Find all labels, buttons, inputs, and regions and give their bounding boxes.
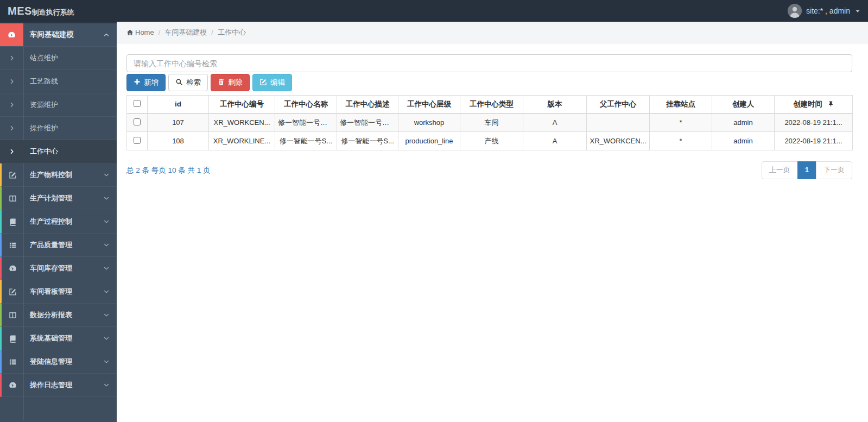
sidebar-group-label: 操作日志管理 (30, 380, 72, 390)
column-header-工作中心名称: 工作中心名称 (275, 96, 337, 114)
list-icon (9, 358, 17, 366)
edit-button[interactable]: 编辑 (252, 74, 292, 91)
pagination-bar: 总 2 条 每页 10 条 共 1 页 上一页 1 下一页 (126, 161, 852, 179)
page-1-button[interactable]: 1 (797, 161, 816, 179)
sidebar-group-label: 产品质量管理 (30, 240, 72, 250)
sidebar-group-label: 车间基础建模 (30, 30, 74, 40)
column-header-工作中心层级: 工作中心层级 (398, 96, 460, 114)
caret-down-icon (856, 10, 860, 12)
table-cell: * (650, 132, 712, 150)
row-checkbox[interactable] (134, 118, 141, 125)
pencil-square-icon (9, 288, 17, 296)
table-cell: * (650, 114, 712, 132)
breadcrumb-separator: / (211, 28, 213, 36)
add-button[interactable]: 新增 (126, 74, 166, 91)
column-header-工作中心描述: 工作中心描述 (337, 96, 398, 114)
table-cell: 107 (148, 114, 209, 132)
column-header-label: id (175, 100, 181, 108)
chevron-down-icon (103, 312, 110, 318)
column-header-父工作中心: 父工作中心 (587, 96, 650, 114)
sidebar-item-操作维护[interactable]: 操作维护 (0, 117, 117, 140)
table-row[interactable]: 108XR_WORKLINE...修一智能一号S...修一智能一号S...pro… (127, 132, 853, 150)
sidebar-item-工艺路线[interactable]: 工艺路线 (0, 70, 117, 93)
table-cell: 2022-08-19 21:1... (775, 114, 853, 132)
chevron-right-icon (9, 125, 15, 131)
breadcrumb: Home/车间基础建模/工作中心 (117, 22, 868, 43)
columns-icon (9, 311, 17, 319)
column-header-挂靠站点: 挂靠站点 (650, 96, 712, 114)
sidebar-group-车间库存管理[interactable]: 车间库存管理 (0, 257, 117, 280)
next-page-button[interactable]: 下一页 (816, 161, 852, 179)
row-checkbox[interactable] (134, 137, 141, 144)
work-center-table: id工作中心编号工作中心名称工作中心描述工作中心层级工作中心类型版本父工作中心挂… (126, 95, 853, 150)
breadcrumb-home-link[interactable]: Home (126, 28, 154, 36)
sidebar-item-label: 操作维护 (30, 123, 58, 133)
sidebar-group-数据分析报表[interactable]: 数据分析报表 (0, 304, 117, 327)
sidebar-item-站点维护[interactable]: 站点维护 (0, 47, 117, 70)
sidebar-group-生产物料控制[interactable]: 生产物料控制 (0, 163, 117, 187)
chevron-right-icon (9, 102, 15, 108)
sidebar-group-产品质量管理[interactable]: 产品质量管理 (0, 234, 117, 257)
row-select-cell (127, 114, 148, 132)
select-all-checkbox[interactable] (134, 100, 141, 107)
prev-page-button[interactable]: 上一页 (762, 161, 798, 179)
table-cell (587, 114, 650, 132)
sidebar-group-label: 生产过程控制 (30, 217, 72, 226)
edit-icon (259, 78, 267, 87)
column-header-label: 父工作中心 (600, 100, 637, 108)
breadcrumb-home-label: Home (135, 28, 154, 36)
table-cell: A (523, 114, 587, 132)
sidebar-item-工作中心-active[interactable]: 工作中心 (0, 140, 117, 163)
column-header-创建人: 创建人 (712, 96, 775, 114)
sidebar-group-登陆信息管理[interactable]: 登陆信息管理 (0, 350, 117, 374)
column-header-label: 创建人 (732, 100, 755, 108)
gauge-icon (9, 264, 17, 273)
table-cell: A (523, 132, 587, 150)
chevron-down-icon (103, 195, 110, 201)
gauge-icon (8, 31, 16, 39)
table-cell: workshop (398, 114, 460, 132)
sidebar-group-操作日志管理[interactable]: 操作日志管理 (0, 374, 117, 397)
table-row[interactable]: 107XR_WORKCEN...修一智能一号车间修一智能一号车间workshop… (127, 114, 853, 132)
table-cell: 修一智能一号S... (337, 132, 398, 150)
delete-button[interactable]: 删除 (211, 74, 250, 91)
sidebar-item-资源维护[interactable]: 资源维护 (0, 93, 117, 117)
column-header-label: 工作中心编号 (220, 100, 264, 108)
content-area: 新增 检索 删除 编辑 id工作中心编号工作中心名称工作中心描述工作中心层级工作… (117, 54, 868, 179)
app-logo[interactable]: MES制造执行系统 (8, 5, 74, 17)
table-cell: 修一智能一号车间 (337, 114, 398, 132)
magnifier-icon (175, 78, 183, 87)
sidebar-item-label: 工艺路线 (30, 77, 58, 86)
chevron-down-icon (103, 288, 110, 295)
sidebar-group-系统基础管理[interactable]: 系统基础管理 (0, 327, 117, 350)
search-button[interactable]: 检索 (168, 74, 208, 91)
main-panel: Home/车间基础建模/工作中心 新增 检索 删除 编辑 (117, 22, 868, 422)
column-header-label: 挂靠站点 (666, 100, 695, 108)
breadcrumb-link[interactable]: 车间基础建模 (164, 28, 207, 37)
sidebar-item-label: 站点维护 (30, 53, 58, 63)
list-icon (9, 241, 17, 249)
search-input[interactable] (126, 54, 852, 72)
sidebar-group-车间看板管理[interactable]: 车间看板管理 (0, 280, 117, 304)
top-navbar: MES制造执行系统 site:* , admin (0, 0, 868, 22)
pin-icon[interactable] (828, 100, 834, 107)
chevron-up-icon (103, 32, 110, 38)
column-header-label: 工作中心描述 (346, 100, 390, 108)
pager: 上一页 1 下一页 (762, 161, 852, 179)
toolbar: 新增 检索 删除 编辑 (126, 74, 868, 91)
sidebar-group-label: 车间库存管理 (30, 263, 72, 273)
sidebar-group-workshop-modeling[interactable]: 车间基础建模 (0, 22, 117, 47)
sidebar-group-label: 数据分析报表 (30, 310, 72, 320)
user-menu[interactable]: site:* , admin (788, 4, 860, 18)
table-cell: 修一智能一号车间 (275, 114, 337, 132)
table-cell: 2022-08-19 21:1... (775, 132, 853, 150)
sidebar-group-生产过程控制[interactable]: 生产过程控制 (0, 210, 117, 234)
select-all-header-cell (127, 96, 148, 114)
sidebar-item-label: 工作中心 (30, 147, 58, 156)
chevron-down-icon (103, 218, 110, 225)
pagination-summary: 总 2 条 每页 10 条 共 1 页 (126, 161, 211, 175)
chevron-down-icon (103, 358, 110, 365)
app-logo-secondary: 制造执行系统 (32, 8, 74, 17)
column-header-版本: 版本 (523, 96, 587, 114)
sidebar-group-生产计划管理[interactable]: 生产计划管理 (0, 187, 117, 210)
